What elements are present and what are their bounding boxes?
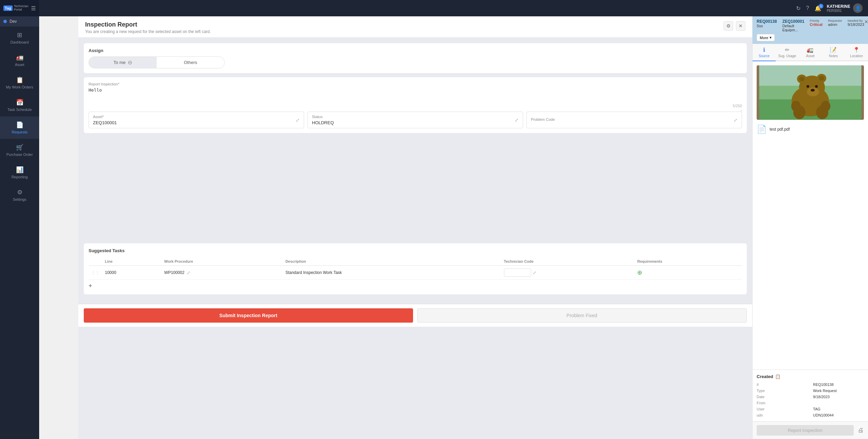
asset-field-label: Asset* — [93, 115, 296, 119]
sidebar-item-reporting[interactable]: 📊 Reporting — [0, 161, 39, 184]
settings-icon: ⚙ — [17, 189, 22, 196]
created-key-hash: # — [757, 383, 808, 387]
created-key-date: Date — [757, 395, 808, 399]
report-inspection-section: Report Inspection* Hello 5/250 ⌟ Asset* … — [84, 77, 747, 133]
right-panel: REQ00138 Sss ZEQ100001 Default Equipm...… — [752, 16, 868, 439]
empty-form-area — [84, 137, 747, 239]
panel-title-area: Inspection Report You are creating a new… — [85, 21, 211, 34]
rp-tab-sug-usage[interactable]: ✏ Sug. Usage — [776, 44, 799, 61]
inline-fields-row: Asset* ZEQ100001 ⤢ Status HOLDREQ ⤢ — [89, 112, 742, 128]
panel-subtitle: You are creating a new request for the s… — [85, 29, 211, 34]
problem-code-content: Problem Code — [531, 117, 733, 123]
resize-handle[interactable]: ⌟ — [89, 108, 742, 112]
problem-code-label: Problem Code — [531, 117, 733, 121]
add-requirements-icon[interactable]: ⊕ — [637, 269, 642, 276]
pdf-file-item[interactable]: 📄 test pdf.pdf — [757, 123, 864, 136]
sidebar-env[interactable]: Dev — [0, 16, 39, 27]
created-val-type: Work Request — [813, 389, 864, 393]
report-inspection-textarea[interactable]: Hello — [89, 87, 742, 101]
rp-equip: Default Equipm... — [782, 24, 804, 32]
location-tab-icon: 📍 — [853, 47, 860, 53]
col-requirements: Requirements — [634, 257, 742, 266]
suggested-tasks-section: Suggested Tasks Line Work Procedure Desc… — [84, 243, 747, 294]
main-content: Inspection Report You are creating a new… — [78, 16, 868, 439]
sidebar-item-requests[interactable]: 📄 Requests — [0, 116, 39, 139]
svg-point-7 — [799, 77, 805, 81]
wp-external-icon[interactable]: ⤢ — [187, 270, 190, 275]
status-field-label: Status — [312, 115, 515, 119]
asset-field-content: Asset* ZEQ100001 — [93, 115, 296, 125]
char-count: 5/250 — [89, 104, 742, 108]
status-field-content: Status HOLDREQ — [312, 115, 515, 125]
created-key-type: Type — [757, 389, 808, 393]
created-section: Created 📋 # REQ100138 Type Work Request … — [753, 370, 868, 421]
sidebar-item-purchase-order[interactable]: 🛒 Purchase Order — [0, 139, 39, 161]
table-row: ⋮⋮ 10000 WP100002 ⤢ Standard Inspection … — [89, 266, 742, 280]
inspection-panel: Inspection Report You are creating a new… — [78, 16, 752, 439]
rp-header: REQ00138 Sss ZEQ100001 Default Equipm...… — [753, 16, 868, 44]
report-inspection-button[interactable]: Report Inspection — [757, 425, 854, 436]
username-label: KATHERINE — [827, 4, 850, 9]
rp-zeq-id: ZEQ100001 — [782, 19, 804, 24]
col-description: Description — [283, 257, 501, 266]
created-grid: # REQ100138 Type Work Request Date 9/18/… — [757, 383, 864, 417]
created-header: Created 📋 — [757, 374, 864, 379]
rp-body: 📄 test pdf.pdf — [753, 61, 868, 370]
assign-others-button[interactable]: Others — [157, 57, 224, 68]
user-menu[interactable]: KATHERINE PERS001 👤 — [827, 3, 863, 13]
created-val-user: TAG — [813, 407, 864, 411]
help-icon[interactable]: ? — [806, 5, 809, 11]
rp-tab-location-label: Location — [850, 54, 863, 58]
status-external-link-icon[interactable]: ⤢ — [515, 117, 519, 123]
panel-body: Assign To me ⊖ Others Report Inspection*… — [78, 38, 752, 304]
hamburger-icon[interactable]: ☰ — [31, 5, 36, 12]
sidebar-item-label-asset: Asset — [15, 63, 25, 67]
problem-code-external-link-icon[interactable]: ⤢ — [733, 117, 738, 123]
task-requirements: ⊕ — [634, 266, 742, 280]
col-line: Line — [102, 257, 161, 266]
notes-tab-icon: 📝 — [830, 47, 837, 53]
sidebar-item-label-requests: Requests — [12, 130, 27, 134]
task-technician-code[interactable]: ⤢ — [501, 266, 635, 280]
rp-close-button[interactable]: ✕ — [864, 19, 868, 25]
svg-point-11 — [815, 85, 818, 88]
sidebar-item-settings[interactable]: ⚙ Settings — [0, 184, 39, 206]
problem-code-field-box[interactable]: Problem Code ⤢ — [526, 112, 742, 128]
more-button[interactable]: More ▾ — [757, 34, 775, 41]
problem-fixed-button[interactable]: Problem Fixed — [417, 308, 747, 323]
sidebar-item-label-settings: Settings — [13, 197, 27, 201]
tech-code-external-icon[interactable]: ⤢ — [533, 270, 536, 275]
rp-requestor-label: Requestor — [828, 19, 842, 22]
technician-code-input[interactable] — [504, 269, 531, 277]
add-task-row-button[interactable]: + — [89, 282, 92, 290]
rp-tab-source[interactable]: ℹ Source — [753, 44, 776, 61]
refresh-icon[interactable]: ↻ — [796, 5, 801, 12]
drag-handle-icon[interactable]: ⋮⋮ — [91, 270, 99, 275]
rp-tabs: ℹ Source ✏ Sug. Usage 🚛 Asset 📝 Notes 📍 … — [753, 44, 868, 61]
col-technician-code: Technician Code — [501, 257, 635, 266]
source-tab-icon: ℹ — [763, 47, 765, 53]
asset-external-link-icon[interactable]: ⤢ — [296, 117, 300, 123]
work-orders-icon: 📋 — [16, 76, 23, 84]
reporting-icon: 📊 — [16, 166, 23, 174]
env-label: Dev — [10, 19, 17, 24]
rp-tab-notes[interactable]: 📝 Notes — [822, 44, 845, 61]
pdf-filename: test pdf.pdf — [770, 127, 790, 132]
sidebar-item-dashboard[interactable]: ⊞ Dashboard — [0, 27, 39, 49]
sidebar-item-my-work-orders[interactable]: 📋 My Work Orders — [0, 71, 39, 94]
bear-svg — [757, 65, 864, 120]
sidebar-item-asset[interactable]: 🚛 Asset — [0, 49, 39, 71]
rp-needed-by: 9/18/2023 — [848, 22, 864, 27]
settings-panel-button[interactable]: ⚙ — [724, 21, 733, 31]
submit-inspection-button[interactable]: Submit Inspection Report — [84, 308, 413, 323]
rp-tab-location[interactable]: 📍 Location — [845, 44, 868, 61]
rp-tab-asset[interactable]: 🚛 Asset — [799, 44, 822, 61]
report-field-label: Report Inspection* — [89, 82, 742, 86]
print-icon[interactable]: 🖨 — [858, 427, 864, 434]
notification-bell[interactable]: 🔔 1 — [815, 5, 821, 12]
sidebar-item-task-schedule[interactable]: 📅 Task Schedule — [0, 94, 39, 116]
user-id-label: PERS001 — [827, 9, 850, 13]
close-panel-button[interactable]: ✕ — [736, 21, 745, 31]
assign-to-me-button[interactable]: To me ⊖ — [89, 57, 157, 68]
rp-requestor: adnm — [828, 22, 842, 27]
